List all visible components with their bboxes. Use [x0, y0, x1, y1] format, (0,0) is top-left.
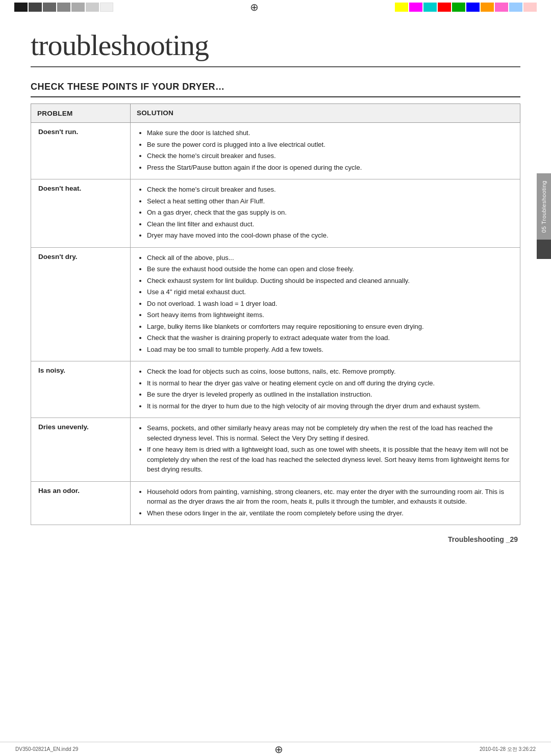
side-tab: 05 Troubleshooting	[537, 173, 551, 259]
table-row: Is noisy.Check the load for objects such…	[31, 361, 520, 418]
solution-item: Check the load for objects such as coins…	[147, 367, 513, 377]
solution-item: Select a heat setting other than Air Flu…	[147, 196, 513, 206]
problem-cell: Doesn't heat.	[31, 179, 131, 248]
side-tab-label: 05 Troubleshooting	[539, 175, 549, 238]
footer-date: 2010-01-28 오전 3:26:22	[480, 746, 536, 753]
solution-item: Check that the washer is draining proper…	[147, 333, 513, 343]
solution-cell: Household odors from painting, varnishin…	[131, 481, 520, 525]
solution-item: Household odors from painting, varnishin…	[147, 487, 513, 507]
solution-item: Use a 4" rigid metal exhaust duct.	[147, 287, 513, 297]
troubleshoot-table: PROBLEM SOLUTION Doesn't run.Make sure t…	[31, 103, 520, 525]
solution-cell: Check the load for objects such as coins…	[131, 361, 520, 418]
solution-cell: Seams, pockets, and other similarly heav…	[131, 418, 520, 482]
solution-item: Large, bulky items like blankets or comf…	[147, 322, 513, 332]
solution-cell: Check the home's circuit breaker and fus…	[131, 179, 520, 248]
side-tab-dark	[537, 240, 551, 259]
problem-cell: Doesn't dry.	[31, 247, 131, 361]
solution-item: It is normal to hear the dryer gas valve…	[147, 378, 513, 388]
col-header-solution: SOLUTION	[131, 104, 520, 123]
problem-cell: Has an odor.	[31, 481, 131, 525]
solution-item: On a gas dryer, check that the gas suppl…	[147, 207, 513, 218]
table-row: Dries unevenly.Seams, pockets, and other…	[31, 418, 520, 482]
section-heading: CHECK THESE POINTS IF YOUR DRYER…	[31, 82, 520, 97]
table-row: Doesn't run.Make sure the door is latche…	[31, 123, 520, 179]
problem-cell: Doesn't run.	[31, 123, 131, 179]
solution-item: Do not overload. 1 wash load = 1 dryer l…	[147, 299, 513, 309]
table-row: Has an odor.Household odors from paintin…	[31, 481, 520, 525]
solution-item: Seams, pockets, and other similarly heav…	[147, 423, 513, 443]
table-row: Doesn't dry.Check all of the above, plus…	[31, 247, 520, 361]
solution-item: Be sure the dryer is leveled properly as…	[147, 389, 513, 400]
solution-item: Clean the lint filter and exhaust duct.	[147, 219, 513, 229]
solution-cell: Make sure the door is latched shut.Be su…	[131, 123, 520, 179]
page-title: troubleshooting	[31, 28, 520, 67]
solution-item: Check the home's circuit breaker and fus…	[147, 185, 513, 195]
footer-file-info: DV350-02821A_EN.indd 29	[15, 746, 78, 752]
problem-cell: Dries unevenly.	[31, 418, 131, 482]
solution-item: If one heavy item is dried with a lightw…	[147, 445, 513, 475]
table-row: Doesn't heat.Check the home's circuit br…	[31, 179, 520, 248]
solution-item: Check exhaust system for lint buildup. D…	[147, 276, 513, 286]
footer-crosshair: ⊕	[274, 743, 283, 755]
footer-bar: DV350-02821A_EN.indd 29 ⊕ 2010-01-28 오전 …	[0, 742, 551, 756]
solution-item: Be sure the power cord is plugged into a…	[147, 140, 513, 150]
col-header-problem: PROBLEM	[31, 104, 131, 123]
solution-item: Check the home's circuit breaker and fus…	[147, 151, 513, 161]
main-content: troubleshooting CHECK THESE POINTS IF YO…	[0, 0, 551, 574]
solution-item: Make sure the door is latched shut.	[147, 128, 513, 138]
solution-item: Sort heavy items from lightweight items.	[147, 310, 513, 320]
solution-item: Be sure the exhaust hood outside the hom…	[147, 264, 513, 274]
solution-item: Check all of the above, plus...	[147, 253, 513, 263]
solution-item: Load may be too small to tumble properly…	[147, 345, 513, 355]
solution-item: It is normal for the dryer to hum due to…	[147, 401, 513, 411]
solution-cell: Check all of the above, plus...Be sure t…	[131, 247, 520, 361]
side-tab-light: 05 Troubleshooting	[537, 173, 551, 240]
problem-cell: Is noisy.	[31, 361, 131, 418]
solution-item: Dryer may have moved into the cool-down …	[147, 230, 513, 241]
solution-item: When these odors linger in the air, vent…	[147, 508, 513, 518]
footer-page-number: Troubleshooting _29	[448, 535, 518, 543]
solution-item: Press the Start/Pause button again if th…	[147, 163, 513, 173]
